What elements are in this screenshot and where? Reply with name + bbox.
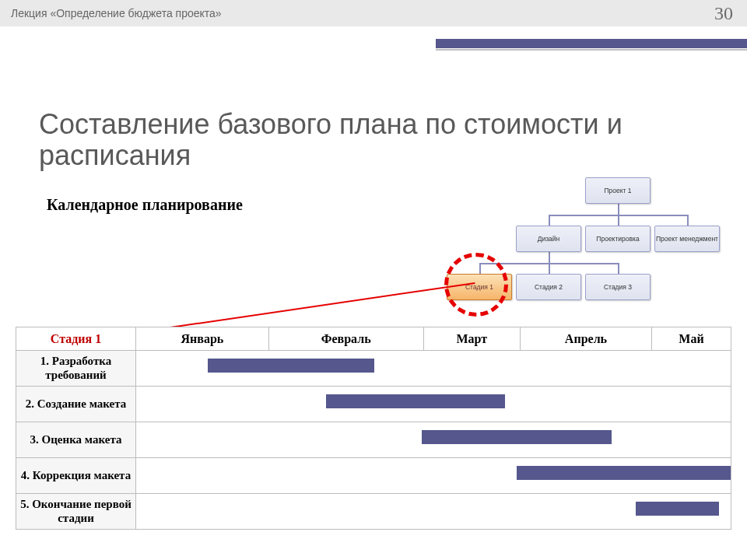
hierarchy-node-mgmt: Проект менеджмент <box>654 226 720 252</box>
hierarchy-node-stage3: Стадия 3 <box>585 274 651 300</box>
accent-bar <box>436 39 747 48</box>
subtitle: Календарное планирование <box>47 196 243 214</box>
gantt-header-stage: Стадия 1 <box>16 327 136 351</box>
hierarchy-root: Проект 1 <box>585 177 651 204</box>
gantt-row-label: 3. Оценка макета <box>16 422 136 458</box>
gantt-bar <box>326 394 504 408</box>
gantt-row-label: 2. Создание макета <box>16 387 136 422</box>
gantt-row-0-cells <box>136 351 731 387</box>
gantt-row-3-cells <box>136 458 731 494</box>
gantt-row-4-cells <box>136 494 731 530</box>
accent-underline <box>436 49 747 51</box>
gantt-row-2-cells <box>136 422 731 458</box>
gantt-header-month: Февраль <box>268 327 423 351</box>
lecture-label: Лекция «Определение бюджета проекта» <box>11 7 222 19</box>
gantt-bar <box>208 359 374 373</box>
title: Составление базового плана по стоимости … <box>39 109 747 170</box>
gantt-bar <box>422 430 612 444</box>
gantt-header-month: Апрель <box>520 327 651 351</box>
gantt-table: Стадия 1 Январь Февраль Март Апрель Май … <box>16 327 731 530</box>
gantt-header-month: Май <box>651 327 731 351</box>
hierarchy-node-proekt: Проектировка <box>585 226 651 252</box>
hierarchy-node-stage2: Стадия 2 <box>516 274 581 300</box>
gantt-bar <box>636 502 719 516</box>
gantt-row-label: 4. Коррекция макета <box>16 458 136 494</box>
gantt-row-1-cells <box>136 387 731 422</box>
header-bar: Лекция «Определение бюджета проекта» <box>0 0 747 26</box>
gantt-row-label: 5. Окончание первой стадии <box>16 494 136 530</box>
gantt-header-month: Январь <box>136 327 269 351</box>
gantt-header-month: Март <box>423 327 520 351</box>
hierarchy-node-design: Дизайн <box>516 226 581 252</box>
gantt-bar <box>517 466 731 480</box>
gantt-row-label: 1. Разработка требований <box>16 351 136 387</box>
slide-number: 30 <box>714 3 733 24</box>
